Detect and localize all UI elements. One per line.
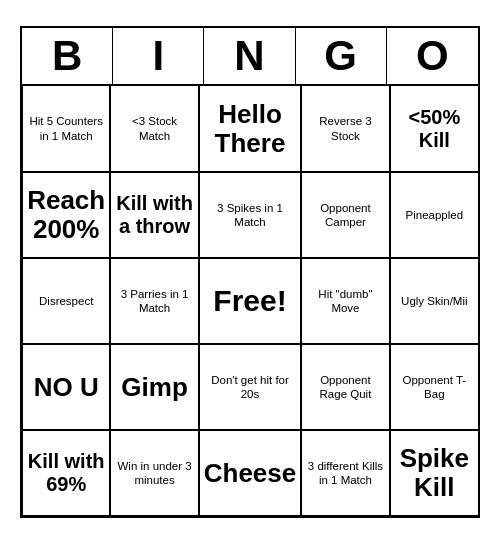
header-letter: I	[113, 28, 204, 84]
bingo-cell: Ugly Skin/Mii	[390, 258, 478, 344]
bingo-cell: 3 different Kills in 1 Match	[301, 430, 389, 516]
bingo-cell: Cheese	[199, 430, 302, 516]
bingo-cell: Hit "dumb" Move	[301, 258, 389, 344]
bingo-cell: Kill with 69%	[22, 430, 110, 516]
bingo-cell: Free!	[199, 258, 302, 344]
bingo-cell: Don't get hit for 20s	[199, 344, 302, 430]
header-letter: O	[387, 28, 478, 84]
bingo-cell: Disrespect	[22, 258, 110, 344]
bingo-cell: Kill with a throw	[110, 172, 198, 258]
bingo-cell: Pineappled	[390, 172, 478, 258]
bingo-header: BINGO	[22, 28, 478, 86]
header-letter: G	[296, 28, 387, 84]
bingo-cell: Gimp	[110, 344, 198, 430]
bingo-cell: Win in under 3 minutes	[110, 430, 198, 516]
bingo-cell: Reverse 3 Stock	[301, 86, 389, 172]
bingo-cell: Opponent Rage Quit	[301, 344, 389, 430]
bingo-cell: Opponent T-Bag	[390, 344, 478, 430]
header-letter: B	[22, 28, 113, 84]
bingo-card: BINGO Hit 5 Counters in 1 Match<3 Stock …	[20, 26, 480, 518]
bingo-cell: Spike Kill	[390, 430, 478, 516]
bingo-cell: 3 Parries in 1 Match	[110, 258, 198, 344]
bingo-cell: Hit 5 Counters in 1 Match	[22, 86, 110, 172]
bingo-cell: Hello There	[199, 86, 302, 172]
bingo-cell: <3 Stock Match	[110, 86, 198, 172]
bingo-cell: <50% Kill	[390, 86, 478, 172]
bingo-cell: 3 Spikes in 1 Match	[199, 172, 302, 258]
header-letter: N	[204, 28, 295, 84]
bingo-grid: Hit 5 Counters in 1 Match<3 Stock MatchH…	[22, 86, 478, 516]
bingo-cell: Opponent Camper	[301, 172, 389, 258]
bingo-cell: NO U	[22, 344, 110, 430]
bingo-cell: Reach 200%	[22, 172, 110, 258]
